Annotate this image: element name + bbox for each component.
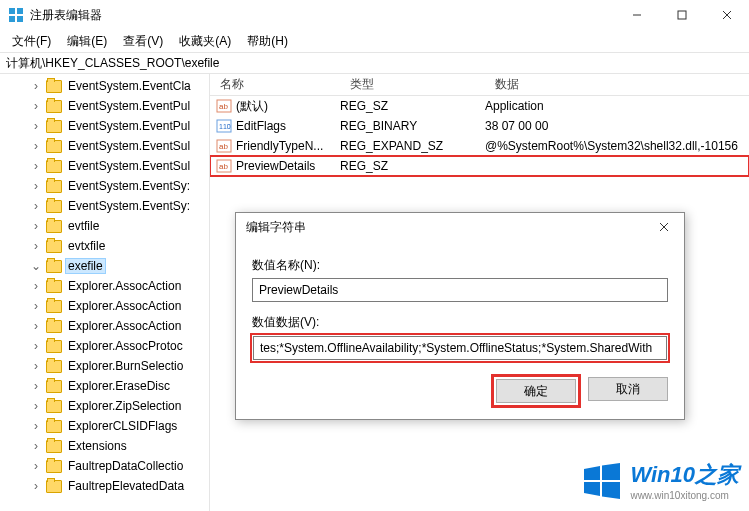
- expand-icon[interactable]: ›: [30, 339, 42, 353]
- tree-item[interactable]: ›EventSystem.EventSul: [0, 156, 209, 176]
- title-bar: 注册表编辑器: [0, 0, 749, 30]
- tree-panel[interactable]: ›EventSystem.EventCla›EventSystem.EventP…: [0, 74, 210, 511]
- tree-item[interactable]: ›EventSystem.EventCla: [0, 76, 209, 96]
- tree-item[interactable]: ›evtxfile: [0, 236, 209, 256]
- value-row[interactable]: ab(默认)REG_SZApplication: [210, 96, 749, 116]
- svg-rect-1: [17, 8, 23, 14]
- expand-icon[interactable]: ›: [30, 379, 42, 393]
- expand-icon[interactable]: ›: [30, 239, 42, 253]
- data-input-highlight: [252, 335, 668, 361]
- tree-item[interactable]: ›EventSystem.EventSy:: [0, 176, 209, 196]
- expand-icon[interactable]: ›: [30, 279, 42, 293]
- value-row[interactable]: 110EditFlagsREG_BINARY38 07 00 00: [210, 116, 749, 136]
- expand-icon[interactable]: ›: [30, 119, 42, 133]
- data-input[interactable]: [253, 336, 667, 360]
- dialog-close-button[interactable]: [644, 213, 684, 241]
- tree-item[interactable]: ›Explorer.AssocProtoc: [0, 336, 209, 356]
- tree-label: evtxfile: [66, 239, 107, 253]
- value-name: FriendlyTypeN...: [236, 139, 340, 153]
- value-row[interactable]: abFriendlyTypeN...REG_EXPAND_SZ@%SystemR…: [210, 136, 749, 156]
- watermark: Win10之家 www.win10xitong.com: [582, 460, 739, 501]
- tree-label: EventSystem.EventPul: [66, 99, 192, 113]
- folder-icon: [46, 460, 62, 473]
- tree-item[interactable]: ›ExplorerCLSIDFlags: [0, 416, 209, 436]
- tree-label: FaultrepDataCollectio: [66, 459, 185, 473]
- folder-icon: [46, 140, 62, 153]
- header-name[interactable]: 名称: [210, 76, 340, 93]
- menu-edit[interactable]: 编辑(E): [59, 31, 115, 52]
- value-type-icon: ab: [216, 138, 232, 154]
- address-bar[interactable]: 计算机\HKEY_CLASSES_ROOT\exefile: [0, 52, 749, 74]
- expand-icon[interactable]: ›: [30, 299, 42, 313]
- tree-label: EventSystem.EventSy:: [66, 179, 192, 193]
- expand-icon[interactable]: ⌄: [30, 259, 42, 273]
- tree-item[interactable]: ›evtfile: [0, 216, 209, 236]
- maximize-button[interactable]: [659, 0, 704, 30]
- folder-icon: [46, 280, 62, 293]
- data-label: 数值数据(V):: [252, 314, 668, 331]
- tree-label: Explorer.AssocProtoc: [66, 339, 185, 353]
- expand-icon[interactable]: ›: [30, 459, 42, 473]
- windows-logo-icon: [582, 461, 622, 501]
- tree-label: evtfile: [66, 219, 101, 233]
- tree-item[interactable]: ›Explorer.AssocAction: [0, 296, 209, 316]
- name-label: 数值名称(N):: [252, 257, 668, 274]
- svg-marker-19: [602, 463, 620, 480]
- tree-item[interactable]: ›FaultrepDataCollectio: [0, 456, 209, 476]
- menu-view[interactable]: 查看(V): [115, 31, 171, 52]
- tree-item[interactable]: ›Explorer.AssocAction: [0, 276, 209, 296]
- tree-item[interactable]: ›EventSystem.EventSul: [0, 136, 209, 156]
- tree-label: Extensions: [66, 439, 129, 453]
- name-input[interactable]: [252, 278, 668, 302]
- tree-item[interactable]: ›Extensions: [0, 436, 209, 456]
- tree-item[interactable]: ›Explorer.BurnSelectio: [0, 356, 209, 376]
- menu-favorites[interactable]: 收藏夹(A): [171, 31, 239, 52]
- minimize-button[interactable]: [614, 0, 659, 30]
- expand-icon[interactable]: ›: [30, 139, 42, 153]
- tree-item[interactable]: ⌄exefile: [0, 256, 209, 276]
- header-data[interactable]: 数据: [485, 76, 749, 93]
- close-button[interactable]: [704, 0, 749, 30]
- svg-marker-20: [584, 482, 600, 496]
- expand-icon[interactable]: ›: [30, 479, 42, 493]
- svg-marker-21: [602, 482, 620, 499]
- tree-item[interactable]: ›EventSystem.EventSy:: [0, 196, 209, 216]
- cancel-button[interactable]: 取消: [588, 377, 668, 401]
- expand-icon[interactable]: ›: [30, 439, 42, 453]
- expand-icon[interactable]: ›: [30, 99, 42, 113]
- expand-icon[interactable]: ›: [30, 399, 42, 413]
- menu-file[interactable]: 文件(F): [4, 31, 59, 52]
- value-type: REG_BINARY: [340, 119, 485, 133]
- expand-icon[interactable]: ›: [30, 199, 42, 213]
- folder-icon: [46, 400, 62, 413]
- value-row[interactable]: abPreviewDetailsREG_SZ: [210, 156, 749, 176]
- tree-item[interactable]: ›FaultrepElevatedData: [0, 476, 209, 496]
- list-header: 名称 类型 数据: [210, 74, 749, 96]
- watermark-text: Win10之家 www.win10xitong.com: [630, 460, 739, 501]
- window-buttons: [614, 0, 749, 30]
- expand-icon[interactable]: ›: [30, 419, 42, 433]
- menu-help[interactable]: 帮助(H): [239, 31, 296, 52]
- tree-label: Explorer.AssocAction: [66, 319, 183, 333]
- expand-icon[interactable]: ›: [30, 159, 42, 173]
- header-type[interactable]: 类型: [340, 76, 485, 93]
- expand-icon[interactable]: ›: [30, 219, 42, 233]
- dialog-buttons: 确定 取消: [236, 365, 684, 419]
- expand-icon[interactable]: ›: [30, 319, 42, 333]
- folder-icon: [46, 300, 62, 313]
- expand-icon[interactable]: ›: [30, 79, 42, 93]
- tree-label: EventSystem.EventSul: [66, 159, 192, 173]
- expand-icon[interactable]: ›: [30, 359, 42, 373]
- tree-item[interactable]: ›Explorer.ZipSelection: [0, 396, 209, 416]
- expand-icon[interactable]: ›: [30, 179, 42, 193]
- tree-label: Explorer.BurnSelectio: [66, 359, 185, 373]
- ok-button[interactable]: 确定: [496, 379, 576, 403]
- tree-item[interactable]: ›EventSystem.EventPul: [0, 116, 209, 136]
- folder-icon: [46, 260, 62, 273]
- folder-icon: [46, 340, 62, 353]
- tree-item[interactable]: ›Explorer.EraseDisc: [0, 376, 209, 396]
- folder-icon: [46, 420, 62, 433]
- tree-item[interactable]: ›EventSystem.EventPul: [0, 96, 209, 116]
- tree-item[interactable]: ›Explorer.AssocAction: [0, 316, 209, 336]
- folder-icon: [46, 80, 62, 93]
